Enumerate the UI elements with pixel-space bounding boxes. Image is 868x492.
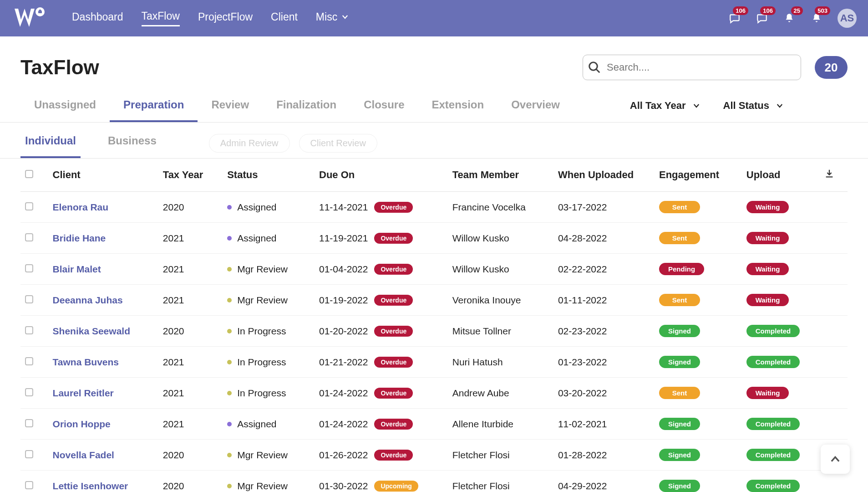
col-status[interactable]: Status (223, 159, 315, 192)
cell-year: 2020 (158, 192, 223, 223)
upload-badge: Waiting (746, 201, 789, 213)
due-badge: Overdue (374, 264, 413, 275)
cell-member: Nuri Hatush (448, 347, 553, 378)
nav-taxflow[interactable]: TaxFlow (142, 10, 180, 26)
cell-due: 01-26-2022Overdue (319, 450, 443, 461)
nav-dashboard[interactable]: Dashboard (72, 11, 123, 26)
col-due-on[interactable]: Due On (315, 159, 448, 192)
col-download[interactable] (820, 159, 848, 192)
engagement-badge: Pending (659, 263, 704, 275)
due-badge: Overdue (374, 419, 413, 430)
cell-due: 01-19-2022Overdue (319, 295, 443, 306)
cell-member: Mitsue Tollner (448, 316, 553, 347)
nav-links: DashboardTaxFlowProjectFlowClientMisc (72, 10, 349, 26)
due-badge: Overdue (374, 450, 413, 461)
cell-year: 2020 (158, 316, 223, 347)
row-checkbox[interactable] (25, 326, 33, 334)
svg-point-1 (39, 10, 41, 11)
row-checkbox[interactable] (25, 481, 33, 489)
select-all-checkbox[interactable] (25, 170, 33, 178)
col-upload[interactable]: Upload (742, 159, 820, 192)
client-link[interactable]: Blair Malet (53, 264, 101, 274)
avatar[interactable]: AS (838, 9, 857, 28)
table-row: Orion Hoppe2021Assigned01-24-2022Overdue… (20, 409, 848, 440)
tax-year-filter[interactable]: All Tax Year (630, 100, 700, 112)
client-link[interactable]: Laurel Reitler (53, 388, 114, 398)
row-checkbox[interactable] (25, 388, 33, 396)
subtab-individual[interactable]: Individual (20, 128, 81, 158)
tab-extension[interactable]: Extension (418, 89, 497, 122)
tab-finalization[interactable]: Finalization (263, 89, 350, 122)
subtab-business[interactable]: Business (103, 128, 161, 158)
status-text: Assigned (237, 419, 276, 430)
engagement-badge: Sent (659, 232, 700, 244)
status-text: In Progress (237, 326, 286, 337)
tab-closure[interactable]: Closure (350, 89, 418, 122)
pilltab-client-review[interactable]: Client Review (299, 134, 377, 153)
cell-status: Assigned (227, 233, 310, 244)
client-link[interactable]: Elenora Rau (53, 202, 109, 212)
search-box[interactable] (583, 55, 801, 80)
client-link[interactable]: Lettie Isenhower (53, 481, 128, 491)
upload-badge: Waiting (746, 294, 789, 306)
table-row: Blair Malet2021Mgr Review01-04-2022Overd… (20, 254, 848, 285)
col-team-member[interactable]: Team Member (448, 159, 553, 192)
col-engagement[interactable]: Engagement (655, 159, 742, 192)
status-filter[interactable]: All Status (723, 100, 784, 112)
row-checkbox[interactable] (25, 233, 33, 241)
row-checkbox[interactable] (25, 295, 33, 303)
cell-year: 2021 (158, 223, 223, 254)
scroll-top-button[interactable] (821, 445, 850, 474)
tab-preparation[interactable]: Preparation (110, 89, 198, 122)
client-link[interactable]: Deeanna Juhas (53, 295, 123, 305)
nav-projectflow[interactable]: ProjectFlow (198, 11, 253, 26)
upload-badge: Waiting (746, 232, 789, 244)
nav-misc[interactable]: Misc (316, 11, 349, 26)
tab-review[interactable]: Review (198, 89, 263, 122)
download-icon (824, 169, 834, 179)
logo[interactable] (14, 7, 45, 30)
upload-badge: Waiting (746, 263, 789, 275)
cell-due: 01-30-2022Upcoming (319, 481, 443, 492)
row-checkbox[interactable] (25, 202, 33, 210)
due-date: 01-26-2022 (319, 450, 368, 461)
nav-right: 10610625503 AS (728, 9, 857, 28)
bell-button[interactable]: 25 (783, 12, 796, 25)
row-checkbox[interactable] (25, 450, 33, 458)
cell-member: Allene Iturbide (448, 409, 553, 440)
engagement-badge: Sent (659, 387, 700, 399)
pilltab-admin-review[interactable]: Admin Review (209, 134, 290, 153)
row-checkbox[interactable] (25, 357, 33, 365)
client-link[interactable]: Novella Fadel (53, 450, 114, 460)
row-checkbox[interactable] (25, 419, 33, 427)
chat2-button[interactable]: 106 (756, 12, 768, 25)
engagement-badge: Signed (659, 449, 700, 461)
due-badge: Overdue (374, 388, 413, 399)
badge-count: 106 (760, 6, 776, 15)
table-row: Novella Fadel2020Mgr Review01-26-2022Ove… (20, 440, 848, 471)
cell-uploaded: 02-23-2022 (553, 316, 655, 347)
bell2-button[interactable]: 503 (810, 12, 823, 25)
engagement-badge: Signed (659, 480, 700, 492)
chevron-down-icon (692, 102, 700, 110)
cell-uploaded: 02-22-2022 (553, 254, 655, 285)
engagement-badge: Sent (659, 294, 700, 306)
client-link[interactable]: Orion Hoppe (53, 419, 111, 429)
row-checkbox[interactable] (25, 264, 33, 272)
nav-client[interactable]: Client (271, 11, 298, 26)
tab-unassigned[interactable]: Unassigned (20, 89, 110, 122)
cell-uploaded: 01-28-2022 (553, 440, 655, 471)
chat-button[interactable]: 106 (728, 12, 741, 25)
col-when-uploaded[interactable]: When Uploaded (553, 159, 655, 192)
client-link[interactable]: Tawna Buvens (53, 357, 119, 367)
status-text: In Progress (237, 357, 286, 368)
search-input[interactable] (601, 62, 796, 73)
tab-overview[interactable]: Overview (497, 89, 574, 122)
col-tax-year[interactable]: Tax Year (158, 159, 223, 192)
table-row: Tawna Buvens2021In Progress01-21-2022Ove… (20, 347, 848, 378)
cell-status: Mgr Review (227, 264, 310, 275)
client-link[interactable]: Shenika Seewald (53, 326, 130, 336)
client-link[interactable]: Bridie Hane (53, 233, 106, 243)
col-client[interactable]: Client (48, 159, 158, 192)
search-icon (588, 61, 601, 74)
